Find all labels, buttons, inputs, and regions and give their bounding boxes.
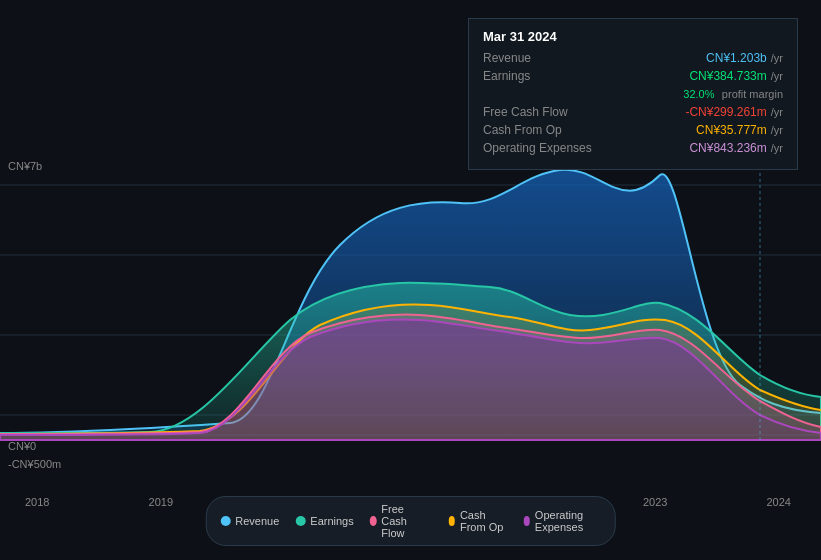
legend-label-fcf: Free Cash Flow [381,503,432,539]
tooltip-earnings-value: CN¥384.733m/yr [689,69,783,83]
legend-opex[interactable]: Operating Expenses [523,509,601,533]
legend-label-revenue: Revenue [235,515,279,527]
tooltip-opex-label: Operating Expenses [483,141,603,155]
legend-fcf[interactable]: Free Cash Flow [370,503,433,539]
tooltip-date: Mar 31 2024 [483,29,783,44]
chart-legend: Revenue Earnings Free Cash Flow Cash Fro… [205,496,616,546]
legend-dot-fcf [370,516,377,526]
legend-dot-revenue [220,516,230,526]
x-label-2023: 2023 [643,496,667,508]
legend-label-earnings: Earnings [310,515,353,527]
tooltip-margin: 32.0% profit margin [677,87,783,101]
tooltip-fcf-row: Free Cash Flow -CN¥299.261m/yr [483,105,783,119]
tooltip-cashop-label: Cash From Op [483,123,603,137]
tooltip-revenue-value: CN¥1.203b/yr [706,51,783,65]
x-label-2019: 2019 [149,496,173,508]
legend-label-opex: Operating Expenses [535,509,601,533]
tooltip-cashop-value: CN¥35.777m/yr [696,123,783,137]
x-label-2024: 2024 [766,496,790,508]
tooltip: Mar 31 2024 Revenue CN¥1.203b/yr Earning… [468,18,798,170]
legend-revenue[interactable]: Revenue [220,515,279,527]
tooltip-cashop-row: Cash From Op CN¥35.777m/yr [483,123,783,137]
tooltip-opex-value: CN¥843.236m/yr [689,141,783,155]
tooltip-fcf-label: Free Cash Flow [483,105,603,119]
tooltip-earnings-label: Earnings [483,69,603,83]
tooltip-opex-row: Operating Expenses CN¥843.236m/yr [483,141,783,155]
tooltip-revenue-row: Revenue CN¥1.203b/yr [483,51,783,65]
x-label-2018: 2018 [25,496,49,508]
legend-dot-earnings [295,516,305,526]
legend-dot-cashop [448,516,455,526]
legend-label-cashop: Cash From Op [460,509,507,533]
tooltip-revenue-label: Revenue [483,51,603,65]
tooltip-fcf-value: -CN¥299.261m/yr [685,105,783,119]
tooltip-earnings-row: Earnings CN¥384.733m/yr [483,69,783,83]
tooltip-margin-row: 32.0% profit margin [483,87,783,101]
chart-container: Mar 31 2024 Revenue CN¥1.203b/yr Earning… [0,0,821,560]
chart-svg [0,155,821,465]
legend-cashop[interactable]: Cash From Op [448,509,507,533]
legend-earnings[interactable]: Earnings [295,515,353,527]
legend-dot-opex [523,516,530,526]
